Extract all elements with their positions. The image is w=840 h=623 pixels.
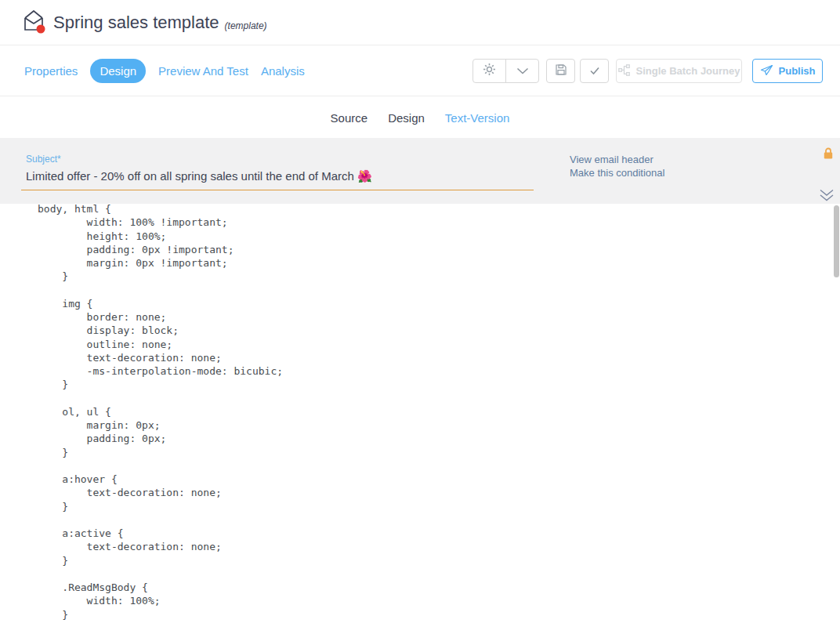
settings-button[interactable] (473, 60, 505, 82)
toolbar-row: Properties Design Preview And Test Analy… (0, 46, 840, 96)
single-batch-journey-label: Single Batch Journey (636, 65, 740, 77)
page-title: Spring sales template (53, 13, 219, 33)
header-bar: Spring sales template (template) (0, 0, 840, 45)
settings-dropdown-button[interactable] (506, 60, 538, 82)
tab-preview-and-test[interactable]: Preview And Test (158, 64, 248, 78)
check-icon (589, 64, 600, 78)
page: Spring sales template (template) Propert… (0, 0, 840, 623)
subtab-source[interactable]: Source (331, 111, 368, 125)
tab-design[interactable]: Design (90, 59, 146, 83)
toolbar-actions: Single Batch Journey Publish (472, 59, 823, 83)
save-icon (555, 63, 567, 79)
publish-button[interactable]: Publish (752, 59, 823, 83)
single-batch-journey-button: Single Batch Journey (616, 59, 742, 83)
make-this-conditional-link[interactable]: Make this conditional (570, 166, 664, 179)
publish-label: Publish (779, 65, 816, 77)
page-title-type: (template) (225, 20, 267, 31)
save-button[interactable] (546, 59, 575, 83)
tab-analysis[interactable]: Analysis (261, 64, 305, 78)
expand-panel-button[interactable] (818, 188, 835, 205)
chevron-down-icon (516, 64, 529, 78)
nav-tabs: Properties Design Preview And Test Analy… (24, 59, 305, 83)
view-email-header-link[interactable]: View email header (570, 153, 664, 166)
settings-split-button (472, 59, 539, 83)
subject-label: Subject* (26, 154, 61, 165)
lock-icon (822, 147, 835, 163)
subtab-design[interactable]: Design (388, 111, 425, 125)
gear-icon (483, 63, 496, 79)
subtab-row: Source Design Text-Version (0, 97, 840, 138)
tab-properties[interactable]: Properties (24, 64, 78, 78)
scrollbar-thumb[interactable] (834, 205, 839, 277)
double-chevron-down-icon (818, 191, 835, 205)
subject-panel-links: View email header Make this conditional (570, 153, 664, 179)
approve-button[interactable] (580, 59, 609, 83)
paper-plane-icon (760, 64, 773, 78)
subject-input[interactable] (21, 169, 534, 190)
email-template-icon (21, 8, 46, 38)
journey-icon (618, 64, 630, 78)
subtab-text-version[interactable]: Text-Version (445, 111, 510, 125)
source-code-editor[interactable]: body, html { width: 100% !important; hei… (38, 202, 283, 621)
subject-panel: Subject* View email header Make this con… (0, 138, 840, 204)
